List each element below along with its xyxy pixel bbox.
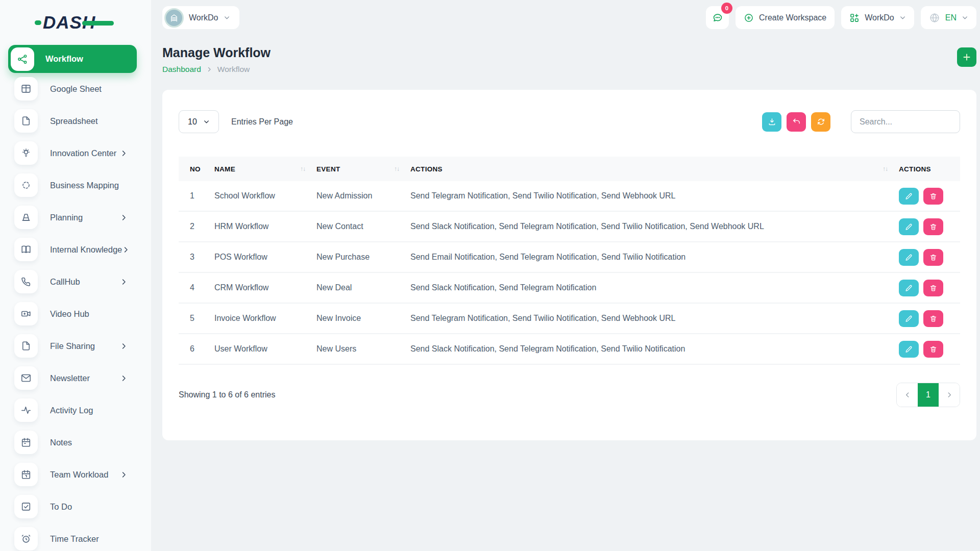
delete-button[interactable]	[923, 280, 943, 296]
cell-no: 1	[179, 191, 214, 201]
book-icon	[14, 238, 38, 261]
page-header: Manage Workflow Dashboard Workflow	[162, 45, 976, 74]
sidebar-item-spreadsheet[interactable]: Spreadsheet	[8, 109, 137, 133]
refresh-button[interactable]	[811, 112, 830, 132]
sidebar-item-newsletter[interactable]: Newsletter	[8, 366, 137, 390]
chevron-down-icon	[224, 14, 230, 21]
chevron-right-icon	[122, 246, 130, 254]
sheet-grid-icon	[14, 77, 38, 101]
delete-button[interactable]	[923, 249, 943, 266]
cone-icon	[14, 206, 38, 229]
table-row: 1School WorkflowNew AdmissionSend Telegr…	[179, 181, 960, 212]
sidebar-item-label: Business Mapping	[50, 181, 119, 190]
trash-icon	[929, 315, 937, 322]
cell-name: User Workflow	[214, 344, 316, 354]
column-header-row-actions: ACTIONS	[899, 165, 960, 173]
workflow-table-card: 10 Entries Per Page NO	[162, 90, 976, 440]
delete-button[interactable]	[923, 341, 943, 358]
trash-icon	[929, 284, 937, 292]
sidebar-item-innovation-center[interactable]: Innovation Center	[8, 141, 137, 165]
dashed-circle-icon	[14, 173, 38, 197]
add-workflow-button[interactable]	[957, 47, 976, 67]
sidebar-item-to-do[interactable]: To Do	[8, 495, 137, 518]
sidebar-item-activity-log[interactable]: Activity Log	[8, 398, 137, 422]
pagination-prev-button[interactable]	[897, 383, 918, 407]
sort-icon[interactable]: ↑↓	[883, 165, 888, 172]
pagination-page-1[interactable]: 1	[918, 383, 939, 407]
pagination-next-button[interactable]	[939, 383, 960, 407]
breadcrumb-dashboard-link[interactable]: Dashboard	[162, 65, 201, 74]
download-icon	[768, 117, 776, 126]
sidebar-item-file-sharing[interactable]: File Sharing	[8, 334, 137, 358]
chevron-right-icon	[120, 149, 128, 157]
sidebar-item-label: Notes	[50, 438, 72, 447]
chevron-right-icon	[120, 278, 128, 286]
cell-no: 3	[179, 253, 214, 262]
workspace-selector[interactable]: WorkDo	[162, 6, 239, 29]
sidebar-item-time-tracker[interactable]: Time Tracker	[8, 527, 137, 550]
cell-no: 5	[179, 314, 214, 323]
edit-button[interactable]	[899, 188, 919, 205]
chevron-down-icon	[203, 118, 210, 125]
pencil-icon	[905, 315, 913, 322]
table-row: 3POS WorkflowNew PurchaseSend Email Noti…	[179, 242, 960, 273]
delete-button[interactable]	[923, 310, 943, 327]
cell-event: New Invoice	[316, 314, 410, 323]
pencil-icon	[905, 254, 913, 261]
logo-dot	[35, 20, 41, 25]
export-button[interactable]	[762, 112, 781, 132]
column-header-name[interactable]: NAME ↑↓	[214, 165, 316, 173]
table-row: 2HRM WorkflowNew ContactSend Slack Notif…	[179, 212, 960, 242]
create-workspace-button[interactable]: Create Workspace	[736, 6, 835, 29]
search-input[interactable]	[851, 110, 960, 133]
cell-row-actions	[899, 310, 960, 327]
plus-circle-icon	[744, 13, 754, 23]
chat-icon	[712, 12, 723, 23]
cell-event: New Admission	[316, 191, 410, 201]
sidebar-item-team-workload[interactable]: Team Workload	[8, 463, 137, 486]
sidebar-item-google-sheet[interactable]: Google Sheet	[8, 77, 137, 101]
page-title: Manage Workflow	[162, 45, 271, 60]
edit-button[interactable]	[899, 218, 919, 235]
plus-icon	[962, 53, 971, 62]
breadcrumb: Dashboard Workflow	[162, 65, 271, 74]
table-toolbar: 10 Entries Per Page	[179, 110, 960, 133]
cell-event: New Contact	[316, 222, 410, 231]
refresh-icon	[817, 117, 825, 126]
video-icon	[14, 302, 38, 325]
trash-icon	[929, 254, 937, 261]
sort-icon[interactable]: ↑↓	[300, 165, 305, 172]
sidebar-item-business-mapping[interactable]: Business Mapping	[8, 173, 137, 197]
delete-button[interactable]	[923, 188, 943, 205]
table-header-row: NO NAME ↑↓ EVENT ↑↓ ACTIONS ↑↓ ACTIONS	[179, 157, 960, 181]
edit-button[interactable]	[899, 341, 919, 358]
sidebar-item-notes[interactable]: Notes	[8, 431, 137, 454]
file-icon	[14, 109, 38, 133]
sidebar-item-internal-knowledge[interactable]: Internal Knowledge	[8, 238, 137, 261]
edit-button[interactable]	[899, 249, 919, 266]
edit-button[interactable]	[899, 310, 919, 327]
sidebar-item-workflow[interactable]: Workflow	[8, 45, 137, 73]
apps-menu-button[interactable]: WorkDo	[841, 6, 914, 29]
sidebar-item-label: Spreadsheet	[50, 116, 98, 126]
sort-icon[interactable]: ↑↓	[394, 165, 399, 172]
calendar-alt-icon	[14, 463, 38, 486]
edit-button[interactable]	[899, 280, 919, 296]
entries-per-page-select[interactable]: 10	[179, 110, 219, 133]
undo-icon	[792, 117, 801, 126]
language-label: EN	[945, 13, 957, 22]
grid-plus-icon	[849, 13, 860, 23]
sidebar-item-planning[interactable]: Planning	[8, 206, 137, 229]
sidebar-item-label: Innovation Center	[50, 148, 116, 158]
messages-button[interactable]: 0	[706, 6, 729, 29]
sidebar-item-video-hub[interactable]: Video Hub	[8, 302, 137, 325]
reset-button[interactable]	[787, 112, 806, 132]
entries-per-page-value: 10	[188, 117, 197, 127]
logo-dash	[82, 21, 114, 26]
language-selector[interactable]: EN	[921, 6, 976, 29]
column-header-event[interactable]: EVENT ↑↓	[316, 165, 410, 173]
column-header-actions[interactable]: ACTIONS ↑↓	[410, 165, 899, 173]
trash-icon	[929, 192, 937, 200]
sidebar-item-callhub[interactable]: CallHub	[8, 270, 137, 293]
delete-button[interactable]	[923, 218, 943, 235]
